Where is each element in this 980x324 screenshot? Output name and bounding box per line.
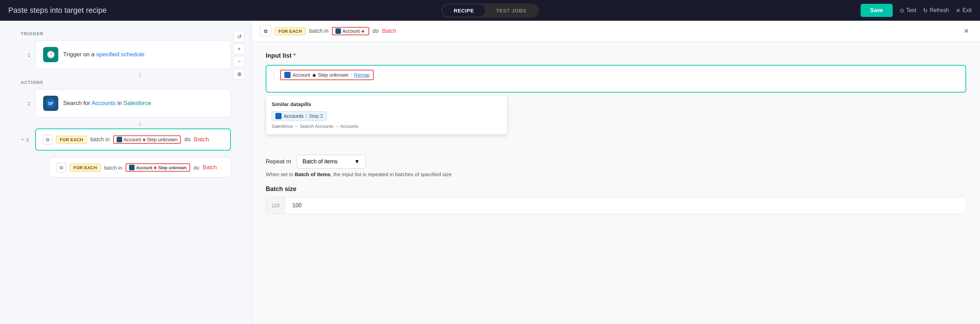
account-step-pill[interactable]: Account ◆ Step unknown : Remap xyxy=(280,70,374,80)
step-row-1: 1 🕐 Trigger on a specified schedule xyxy=(21,40,231,69)
suggestion-accounts-label: Accounts xyxy=(284,113,304,119)
account-step-unknown-tag: Account ◆ Step unknown xyxy=(113,136,181,144)
reset-view-button[interactable]: ↺ xyxy=(234,31,245,42)
batch-size-value[interactable]: 100 xyxy=(285,197,966,214)
foreach-expand-icon[interactable]: ⧉ xyxy=(43,135,52,144)
repeat-mode-select[interactable]: Batch of items ▼ xyxy=(297,155,366,169)
diamond-icon: ◆ xyxy=(143,137,146,142)
pill-account-label: Account xyxy=(293,72,310,78)
right-panel-content: Input list * ⋮ Account ◆ Step unknown : … xyxy=(252,42,980,324)
recipe-canvas: ↺ + − ⊕ TRIGGER 1 🕐 xyxy=(0,21,251,324)
minus-icon: − xyxy=(237,58,240,65)
app-header: Paste steps into target recipe RECIPE TE… xyxy=(0,0,980,21)
step-1-text: Trigger on a specified schedule xyxy=(63,51,145,58)
suggestion-pill[interactable]: Accounts | Step 2 xyxy=(272,111,327,121)
zoom-out-button[interactable]: − xyxy=(234,56,245,67)
header-do-label: do xyxy=(373,28,379,34)
main-content: ↺ + − ⊕ TRIGGER 1 🕐 xyxy=(0,21,980,324)
suggestion-subtitle: Salesforce → Search Accounts → Accounts xyxy=(272,124,501,129)
repeat-mode-label: Repeat m xyxy=(266,158,291,165)
repeat-mode-row: Repeat m Batch of items ▼ xyxy=(266,155,966,169)
do-text: do xyxy=(184,136,191,143)
header-actions: Save ⊙ Test ↻ Refresh ✕ Exit xyxy=(861,4,972,17)
header-sf-dot xyxy=(336,28,341,34)
nested-step-card[interactable]: ⧉ FOR EACH batch in Account ◆ Step unkno… xyxy=(49,158,231,177)
step-number-2: 2 xyxy=(21,101,30,106)
step-row-3: ▼ 3 ⧉ FOR EACH batch in Account ◆ Step u… xyxy=(21,128,231,151)
save-button[interactable]: Save xyxy=(861,4,893,17)
refresh-button[interactable]: ↻ Refresh xyxy=(923,7,949,14)
header-for-each-badge: FOR EACH xyxy=(275,27,306,35)
batch-of-items-option: Batch of items xyxy=(302,158,337,165)
step-unknown-label-3: Step unknown xyxy=(147,137,178,142)
info-text: When set to Batch of items, the Input li… xyxy=(266,171,966,177)
exit-button[interactable]: ✕ Exit xyxy=(956,7,972,14)
svg-text:SF: SF xyxy=(48,101,53,106)
close-button[interactable]: ✕ xyxy=(961,26,972,37)
specified-schedule-link[interactable]: specified schedule xyxy=(96,51,145,58)
foreach-header-bar: ⧉ FOR EACH batch in Account ◆ do Batch ✕ xyxy=(252,21,980,42)
step-number-1: 1 xyxy=(21,52,30,58)
suggestion-dropdown: Similar datapills Accounts | Step 2 Sale… xyxy=(266,95,507,135)
nested-steps: ⧉ FOR EACH batch in Account ◆ Step unkno… xyxy=(49,158,231,177)
step-card-2[interactable]: SF Search for Accounts in Salesforce xyxy=(35,89,231,117)
zoom-in-button[interactable]: + xyxy=(234,43,245,54)
for-each-badge: FOR EACH xyxy=(56,136,87,144)
test-icon: ⊙ xyxy=(900,7,904,14)
actions-section-label: ACTIONS xyxy=(21,80,231,85)
sf-dot-icon xyxy=(117,137,122,142)
right-panel: ⧉ FOR EACH batch in Account ◆ do Batch ✕… xyxy=(252,21,980,324)
suggestion-step-label: Step 2 xyxy=(309,113,323,119)
arrow-2: ↓ xyxy=(49,117,231,128)
step-card-3-foreach[interactable]: ⧉ FOR EACH batch in Account ◆ Step unkno… xyxy=(35,128,231,151)
plus-icon: + xyxy=(237,46,240,52)
nested-account-tag: Account ◆ Step unknown xyxy=(126,163,190,172)
step-card-1[interactable]: 🕐 Trigger on a specified schedule xyxy=(35,40,231,69)
page-title: Paste steps into target recipe xyxy=(8,6,107,15)
account-label-3: Account xyxy=(124,137,141,142)
nested-expand-icon[interactable]: ⧉ xyxy=(57,163,66,172)
nested-for-each-badge: FOR EACH xyxy=(70,164,101,172)
refresh-icon: ↻ xyxy=(923,7,928,14)
fit-view-button[interactable]: ⊕ xyxy=(234,69,245,80)
trigger-icon: 🕐 xyxy=(43,47,58,62)
remap-link[interactable]: Remap xyxy=(354,72,369,78)
salesforce-link[interactable]: Salesforce xyxy=(124,100,151,106)
accounts-link[interactable]: Accounts xyxy=(91,100,116,106)
input-pill-row: ⋮ Account ◆ Step unknown : Remap xyxy=(270,70,961,80)
input-list-area[interactable]: ⋮ Account ◆ Step unknown : Remap xyxy=(266,65,966,93)
batch-size-title: Batch size xyxy=(266,185,966,193)
batch-in-text: batch in xyxy=(91,136,110,143)
suggestion-sf-icon xyxy=(275,113,282,119)
tab-test-jobs[interactable]: TEST JOBS xyxy=(485,5,538,16)
required-star: * xyxy=(293,52,296,59)
step-2-text: Search for Accounts in Salesforce xyxy=(63,100,151,107)
header-batch-label: Batch xyxy=(382,28,396,34)
reset-icon: ↺ xyxy=(237,34,242,40)
header-expand-button[interactable]: ⧉ xyxy=(260,26,271,37)
batch-size-type-icon: 123 xyxy=(266,197,285,214)
test-button[interactable]: ⊙ Test xyxy=(900,7,916,14)
pill-sf-icon xyxy=(284,72,291,78)
pill-step-unknown: Step unknown xyxy=(318,72,349,78)
step-number-3: ▼ 3 xyxy=(21,137,30,143)
fit-icon: ⊕ xyxy=(237,71,242,77)
header-batch-in: batch in xyxy=(309,28,329,34)
input-list-title: Input list * xyxy=(266,52,966,59)
trigger-section-label: TRIGGER xyxy=(21,31,231,36)
clock-icon: 🕐 xyxy=(46,50,55,59)
batch-label-3: Batch xyxy=(194,136,209,143)
tab-recipe[interactable]: RECIPE xyxy=(443,5,485,16)
drag-handle[interactable]: ⋮ xyxy=(270,72,277,78)
left-panel: ↺ + − ⊕ TRIGGER 1 🕐 xyxy=(0,21,252,324)
similar-datapills-title: Similar datapills xyxy=(272,101,501,107)
batch-size-input-row: 123 100 xyxy=(266,197,966,214)
salesforce-icon-2: SF xyxy=(43,96,58,111)
exit-icon: ✕ xyxy=(956,7,960,14)
canvas-controls: ↺ + − ⊕ xyxy=(234,31,245,80)
tab-bar: RECIPE TEST JOBS xyxy=(441,3,539,18)
arrow-1: ↓ xyxy=(49,69,231,80)
chevron-down-icon: ▼ xyxy=(355,158,360,165)
step-row-2: 2 SF Search for Accounts in Salesforce xyxy=(21,89,231,117)
header-account-step-tag: Account ◆ xyxy=(332,27,369,35)
